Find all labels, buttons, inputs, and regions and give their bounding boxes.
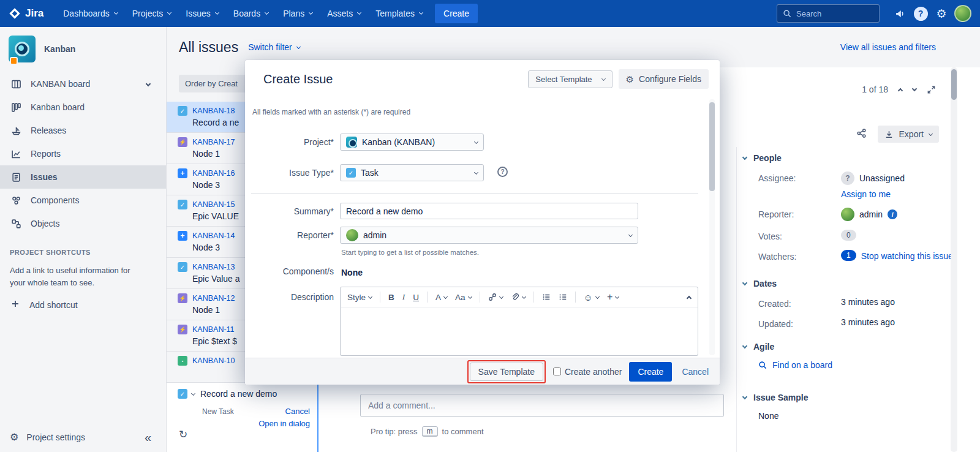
global-create-button[interactable]: Create: [435, 4, 478, 23]
export-button[interactable]: Export: [878, 126, 939, 143]
nav-boards[interactable]: Boards: [226, 4, 276, 23]
issue-key[interactable]: KANBAN-17: [192, 138, 235, 146]
switch-filter-dropdown[interactable]: Switch filter: [248, 42, 300, 52]
issue-key[interactable]: KANBAN-14: [192, 232, 235, 240]
sidebar-item-reports[interactable]: Reports: [0, 142, 166, 165]
dates-section-header[interactable]: Dates: [743, 279, 963, 288]
insert-emoji-button[interactable]: ☺: [584, 292, 599, 303]
italic-icon[interactable]: I: [402, 292, 405, 302]
user-avatar[interactable]: [954, 5, 971, 22]
bullet-list-button[interactable]: [542, 293, 551, 301]
underline-icon[interactable]: U: [413, 293, 419, 302]
project-select[interactable]: Kanban (KANBAN): [340, 134, 484, 151]
issue-type-select[interactable]: ✓ Task: [340, 164, 484, 181]
chevron-down-icon[interactable]: [146, 81, 151, 86]
nav-issues[interactable]: Issues: [178, 4, 225, 23]
select-template-dropdown[interactable]: Select Template: [528, 70, 612, 88]
expand-detail-button[interactable]: [927, 85, 936, 94]
issue-key[interactable]: KANBAN-18: [192, 107, 235, 115]
style-dropdown[interactable]: Style: [347, 293, 372, 302]
assign-to-me-link[interactable]: Assign to me: [841, 189, 891, 199]
sidebar-item-kanban-board-switcher[interactable]: KANBAN board: [0, 72, 166, 96]
add-shortcut-button[interactable]: Add shortcut: [10, 299, 156, 310]
nav-dashboards[interactable]: Dashboards: [56, 4, 125, 23]
insert-link-button[interactable]: [488, 293, 503, 301]
bold-icon[interactable]: B: [388, 293, 394, 302]
inline-create-cancel-link[interactable]: Cancel: [285, 407, 310, 416]
next-issue-button[interactable]: [913, 89, 916, 91]
description-textarea[interactable]: [340, 307, 698, 356]
issue-key[interactable]: KANBAN-10: [192, 356, 235, 365]
sidebar-item-label: Components: [31, 195, 79, 205]
components-field-label: Component/s: [251, 265, 334, 277]
issue-key[interactable]: KANBAN-11: [192, 325, 235, 334]
votes-badge[interactable]: 0: [841, 230, 856, 241]
create-submit-button[interactable]: Create: [629, 362, 672, 382]
jira-logo[interactable]: Jira: [9, 7, 43, 20]
sidebar-item-releases[interactable]: Releases: [0, 119, 166, 142]
project-header[interactable]: Kanban: [0, 27, 166, 69]
more-text-styles-button[interactable]: Aa: [455, 293, 472, 302]
inline-create-summary[interactable]: Record a new demo: [200, 389, 277, 399]
share-button[interactable]: [856, 128, 867, 141]
issue-type-help-icon[interactable]: ?: [497, 167, 508, 177]
scrollbar-thumb[interactable]: [951, 69, 957, 100]
text-color-button[interactable]: A: [435, 293, 447, 302]
chevron-down-icon: [912, 86, 917, 91]
issue-key[interactable]: KANBAN-13: [192, 263, 235, 271]
comment-input[interactable]: [368, 401, 716, 410]
people-section-header[interactable]: People: [743, 153, 963, 163]
sidebar-item-objects[interactable]: Objects: [0, 212, 166, 235]
save-template-button[interactable]: Save Template: [470, 363, 543, 381]
chevron-down-icon[interactable]: [191, 391, 195, 396]
unassigned-avatar-icon: ?: [841, 171, 854, 185]
sidebar-item-issues[interactable]: Issues: [0, 165, 166, 189]
collapse-sidebar-icon[interactable]: «: [145, 431, 151, 443]
components-value[interactable]: None: [341, 268, 363, 277]
numbered-list-button[interactable]: [559, 293, 567, 301]
columns-icon: [10, 102, 22, 113]
insert-more-button[interactable]: +: [607, 292, 619, 303]
project-settings-item[interactable]: ⚙ Project settings «: [0, 423, 166, 452]
created-label: Created:: [758, 297, 841, 309]
previous-issue-button[interactable]: [899, 86, 902, 92]
order-by-button[interactable]: Order by Creat: [179, 75, 247, 92]
create-another-checkbox[interactable]: [553, 367, 561, 375]
help-icon[interactable]: ?: [910, 3, 931, 24]
find-on-board-link[interactable]: Find on a board: [772, 360, 832, 370]
create-another-option[interactable]: Create another: [553, 367, 622, 377]
nav-templates[interactable]: Templates: [368, 4, 430, 23]
nav-assets[interactable]: Assets: [320, 4, 368, 23]
view-all-issues-link[interactable]: View all issues and filters: [840, 42, 936, 52]
configure-fields-button[interactable]: ⚙ Configure Fields: [619, 69, 709, 89]
refresh-icon[interactable]: ↻: [179, 428, 187, 441]
summary-input[interactable]: [340, 203, 638, 219]
reporter-value[interactable]: admin: [859, 209, 883, 219]
sidebar-item-components[interactable]: Components: [0, 189, 166, 212]
issue-key[interactable]: KANBAN-15: [192, 200, 235, 209]
attach-file-button[interactable]: [511, 293, 526, 301]
watchers-badge[interactable]: 1: [841, 250, 856, 261]
agile-section-header[interactable]: Agile: [743, 342, 963, 352]
reporter-select[interactable]: admin: [340, 227, 638, 244]
switch-filter-label: Switch filter: [248, 42, 292, 52]
issue-key[interactable]: KANBAN-16: [192, 169, 235, 178]
cancel-link[interactable]: Cancel: [682, 367, 709, 377]
global-search[interactable]: [777, 4, 880, 23]
announcements-icon[interactable]: [889, 3, 910, 24]
comment-box[interactable]: [360, 394, 724, 417]
scrollbar-thumb[interactable]: [709, 102, 715, 191]
info-icon[interactable]: i: [888, 209, 897, 219]
issue-sample-section-header[interactable]: Issue Sample: [743, 393, 963, 402]
issue-key[interactable]: KANBAN-12: [192, 294, 235, 303]
nav-plans[interactable]: Plans: [276, 4, 320, 23]
stop-watching-link[interactable]: Stop watching this issue: [861, 250, 954, 263]
open-in-dialog-link[interactable]: Open in dialog: [258, 419, 310, 428]
page-scrollbar[interactable]: [951, 67, 957, 452]
search-input[interactable]: [796, 9, 869, 18]
dialog-scrollbar[interactable]: [709, 99, 715, 355]
admin-settings-icon[interactable]: ⚙: [931, 3, 952, 24]
sidebar-item-kanban-board[interactable]: Kanban board: [0, 96, 166, 119]
nav-projects[interactable]: Projects: [125, 4, 179, 23]
expand-editor-button[interactable]: [687, 294, 691, 300]
